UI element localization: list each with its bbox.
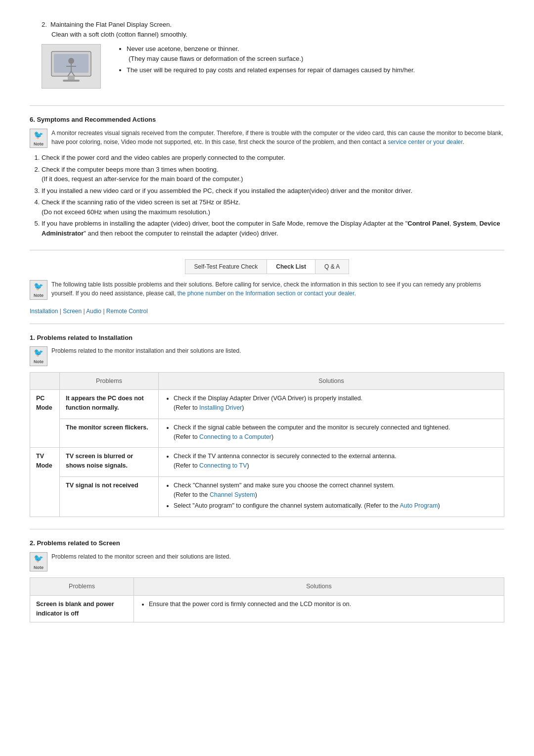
nav-screen[interactable]: Screen bbox=[63, 308, 82, 315]
note-icon-4: 🐦 Note bbox=[30, 552, 47, 572]
table-row: TVMode TV screen is blurred or shows noi… bbox=[30, 448, 504, 477]
note-icon-1: 🐦 Note bbox=[30, 129, 47, 148]
pc-solution-2: Check if the signal cable between the co… bbox=[159, 419, 504, 448]
section-6-note: 🐦 Note A monitor recreates visual signal… bbox=[30, 129, 504, 148]
pc-solution-1: Check if the Display Adapter Driver (VGA… bbox=[159, 390, 504, 419]
pc-problem-2: The monitor screen flickers. bbox=[60, 419, 159, 448]
table-header-mode bbox=[30, 372, 60, 390]
divider-3 bbox=[30, 324, 504, 324]
top-section: 2. Maintaining the Flat Panel Display Sc… bbox=[30, 20, 504, 96]
connecting-tv-link[interactable]: Connecting to TV bbox=[199, 462, 247, 469]
screen-header-solutions: Solutions bbox=[134, 578, 504, 596]
note-icon-2: 🐦 Note bbox=[30, 280, 47, 300]
tv-problem-1: TV screen is blurred or shows noise sign… bbox=[60, 448, 159, 477]
tab-check-list[interactable]: Check List bbox=[267, 260, 315, 274]
channel-system-link[interactable]: Channel System bbox=[210, 491, 255, 498]
table-header-solutions: Solutions bbox=[159, 372, 504, 390]
section-6-title: 6. Symptoms and Recommended Actions bbox=[30, 115, 504, 125]
svg-rect-2 bbox=[68, 76, 75, 80]
monitor-image bbox=[42, 44, 101, 89]
divider-4 bbox=[30, 529, 504, 529]
checklist-link[interactable]: the phone number on the Information sect… bbox=[178, 290, 355, 297]
divider-1 bbox=[30, 105, 504, 106]
tv-mode-label: TVMode bbox=[30, 448, 60, 517]
divider-2 bbox=[30, 250, 504, 250]
screen-header-problems: Problems bbox=[30, 578, 134, 596]
table-row: The monitor screen flickers. Check if th… bbox=[30, 419, 504, 448]
nav-remote-control[interactable]: Remote Control bbox=[106, 308, 148, 315]
section-2-note-block: 🐦 Note Problems related to the monitor s… bbox=[30, 552, 504, 572]
section-1-title: 1. Problems related to Installation bbox=[30, 333, 504, 343]
svg-point-4 bbox=[68, 58, 74, 64]
connecting-computer-link[interactable]: Connecting to a Computer bbox=[199, 433, 271, 440]
table-header-problems: Problems bbox=[60, 372, 159, 390]
section-6-steps: Check if the power cord and the video ca… bbox=[42, 153, 504, 238]
tab-qa[interactable]: Q & A bbox=[315, 260, 349, 274]
checklist-note-text: The following table lists possible probl… bbox=[51, 280, 504, 298]
nav-installation[interactable]: Installation bbox=[30, 308, 58, 315]
nav-audio[interactable]: Audio bbox=[86, 308, 101, 315]
section-2-note-text: Problems related to the monitor screen a… bbox=[51, 552, 231, 561]
screen-problem-1: Screen is blank and power indicator is o… bbox=[30, 595, 134, 622]
section-1: 1. Problems related to Installation 🐦 No… bbox=[30, 333, 504, 518]
screen-table: Problems Solutions Screen is blank and p… bbox=[30, 577, 504, 622]
auto-program-link[interactable]: Auto Program bbox=[400, 502, 438, 509]
table-row: PCMode It appears the PC does not functi… bbox=[30, 390, 504, 419]
tv-problem-2: TV signal is not received bbox=[60, 476, 159, 517]
installation-table: Problems Solutions PCMode It appears the… bbox=[30, 372, 504, 518]
tv-solution-2: Check "Channel system" and make sure you… bbox=[159, 476, 504, 517]
table-row: TV signal is not received Check "Channel… bbox=[30, 476, 504, 517]
pc-mode-label: PCMode bbox=[30, 390, 60, 448]
checklist-note-block: 🐦 Note The following table lists possibl… bbox=[30, 280, 504, 300]
screen-solution-1: Ensure that the power cord is firmly con… bbox=[134, 595, 504, 622]
service-center-link[interactable]: service center or your dealer bbox=[388, 139, 462, 145]
tv-solution-1: Check if the TV antenna connector is sec… bbox=[159, 448, 504, 477]
section-2-title: 2. Problems related to Screen bbox=[30, 538, 504, 548]
svg-rect-3 bbox=[63, 80, 80, 82]
quick-nav: Installation | Screen | Audio | Remote C… bbox=[30, 307, 504, 316]
note-icon-3: 🐦 Note bbox=[30, 346, 47, 366]
installing-driver-link[interactable]: Installing Driver bbox=[199, 404, 242, 411]
top-title: 2. Maintaining the Flat Panel Display Sc… bbox=[42, 20, 415, 39]
section-1-note-block: 🐦 Note Problems related to the monitor i… bbox=[30, 346, 504, 366]
section-2: 2. Problems related to Screen 🐦 Note Pro… bbox=[30, 538, 504, 622]
top-bullets: Never use acetone, benzene or thinner.(T… bbox=[117, 44, 415, 77]
section-1-note-text: Problems related to the monitor installa… bbox=[51, 346, 241, 355]
table-row: Screen is blank and power indicator is o… bbox=[30, 595, 504, 622]
pc-problem-1: It appears the PC does not function norm… bbox=[60, 390, 159, 419]
tabs-bar: Self-Test Feature Check Check List Q & A bbox=[185, 259, 350, 274]
section-6: 6. Symptoms and Recommended Actions 🐦 No… bbox=[30, 115, 504, 238]
tab-self-test[interactable]: Self-Test Feature Check bbox=[185, 260, 267, 274]
